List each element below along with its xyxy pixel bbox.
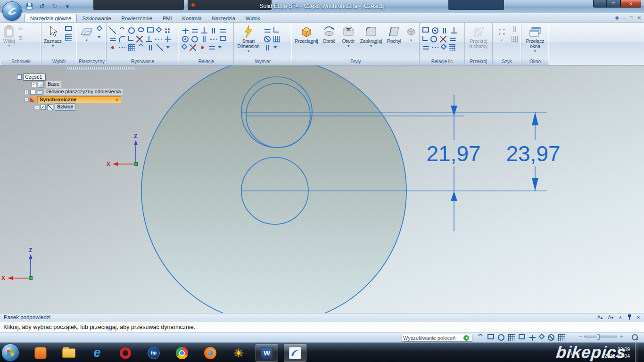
tab-narzedzia[interactable]: Narzędzia (207, 14, 241, 22)
mirror-pattern-icon[interactable] (512, 26, 518, 33)
pathfinder-item-szkice[interactable]: Szkice (55, 103, 75, 111)
window-layout-icon[interactable] (558, 334, 565, 341)
tab-widok[interactable]: Widok (240, 14, 265, 22)
round-button[interactable]: Zaokrąglaj ▾ (358, 24, 384, 48)
document-restore-icon[interactable]: □ (630, 15, 633, 20)
symmetric-icon[interactable] (201, 36, 207, 42)
live-section-button[interactable]: Przekrój ruchomy (466, 24, 491, 50)
command-search-input[interactable] (403, 335, 463, 341)
extend-icon[interactable] (155, 36, 162, 42)
pan-icon[interactable] (529, 334, 536, 341)
move-icon[interactable] (165, 36, 171, 42)
ground-face-icon[interactable] (449, 44, 455, 51)
rotate-sketch-icon[interactable] (138, 44, 144, 51)
fill-pattern-icon[interactable] (512, 36, 518, 42)
diameter-icon[interactable] (264, 36, 271, 42)
concentric-face-icon[interactable] (432, 27, 438, 34)
refresh-icon[interactable] (477, 334, 484, 341)
horizontal-icon[interactable] (191, 27, 198, 34)
intersect-icon[interactable] (190, 44, 196, 51)
zoom-slider-track[interactable] (584, 336, 617, 337)
pathfinder-item-synchroniczne[interactable]: Synchroniczne ◄ (37, 96, 121, 103)
circle-icon[interactable] (128, 27, 135, 34)
select-button[interactable]: Zaznacz ▾ (43, 24, 63, 48)
expander-icon[interactable]: + (35, 105, 39, 109)
rigid-icon[interactable] (182, 44, 188, 50)
paste-button[interactable]: Wklej ▾ (2, 24, 16, 48)
collapse-icon[interactable]: ∧ (619, 315, 622, 320)
scroll-back-icon[interactable]: ◄ (114, 97, 119, 102)
font-decrease-icon[interactable]: A▾ (608, 315, 614, 320)
magnifier-icon[interactable] (632, 334, 638, 341)
pathfinder-item-planes[interactable]: Główne płaszczyzny odniesienia (44, 88, 123, 96)
taskbar-word[interactable]: W (256, 344, 278, 362)
distance-icon[interactable] (264, 27, 271, 34)
solids-more-dropdown-icon[interactable]: ▾ (410, 39, 412, 42)
pattern-icon[interactable] (164, 27, 171, 34)
fence-select-icon[interactable] (65, 26, 72, 31)
coordinate-icon[interactable] (273, 36, 280, 42)
line-icon[interactable] (109, 27, 116, 34)
close-button[interactable]: ✕ (620, 0, 641, 8)
minimize-button[interactable]: – (593, 0, 607, 8)
revolve-button[interactable]: Obróć (320, 24, 339, 45)
part-body-circle[interactable] (141, 66, 406, 313)
switch-windows-button[interactable]: Przełącz okna ▾ (523, 24, 547, 53)
select-options-icon[interactable] (65, 34, 72, 41)
dimension-23-97[interactable]: 23,97 (506, 112, 560, 191)
offset-face-icon[interactable] (449, 36, 456, 42)
smart-dimension-button[interactable]: Smart Dimension ▾ (235, 24, 262, 53)
zoom-area-icon[interactable] (508, 334, 515, 341)
viewport[interactable]: 21,97 23,97 Z X Z X (0, 66, 644, 313)
rectangle-icon[interactable] (147, 27, 154, 33)
tangent-icon[interactable] (191, 36, 198, 42)
plane-normal-icon[interactable] (97, 25, 103, 32)
search-go-icon[interactable] (463, 335, 469, 341)
taskbar-opera[interactable] (114, 344, 137, 362)
smart-dimension-dropdown-icon[interactable]: ▾ (248, 49, 249, 53)
split-icon[interactable] (146, 36, 152, 42)
paste-dropdown-icon[interactable]: ▾ (8, 44, 10, 48)
dimension-21-97[interactable]: 21,97 (426, 95, 480, 231)
taskbar-chrome[interactable] (171, 344, 193, 362)
plane-more-icon[interactable] (97, 36, 101, 40)
zoom-slider-thumb[interactable] (597, 334, 600, 340)
prompt-close-icon[interactable]: ✕ (636, 315, 640, 320)
tab-powierzchnie[interactable]: Powierzchnie (116, 14, 157, 22)
parallel-face-icon[interactable] (441, 27, 448, 34)
dimension-value[interactable]: 23,97 (506, 141, 560, 166)
taskbar-weather[interactable]: ☀ (227, 344, 250, 362)
expander-icon[interactable]: − (25, 98, 29, 102)
ellipse-icon[interactable] (138, 27, 144, 32)
connect-icon[interactable] (182, 27, 189, 34)
dimension-value[interactable]: 21,97 (426, 141, 480, 166)
tab-szkicowanie[interactable]: Szkicowanie (77, 14, 116, 22)
shaded-view-icon[interactable] (539, 334, 545, 340)
more-icon[interactable] (218, 46, 222, 50)
document-close-icon[interactable]: ✕ (637, 15, 641, 20)
coplanar-icon[interactable] (422, 27, 429, 33)
angle-icon[interactable] (273, 27, 279, 33)
taskbar-solid-edge[interactable] (284, 344, 306, 362)
angle-face-icon[interactable] (422, 36, 428, 41)
start-button[interactable] (1, 344, 19, 362)
fillet-icon[interactable] (119, 36, 125, 42)
maximize-button[interactable]: □ (607, 0, 620, 8)
chamfer-icon[interactable] (128, 36, 133, 41)
arc-icon[interactable] (119, 27, 125, 34)
more-icon[interactable] (273, 46, 277, 50)
trim-icon[interactable] (136, 36, 143, 42)
select-window-icon[interactable] (487, 334, 494, 339)
cut-icon[interactable]: ✂ (17, 25, 25, 33)
plane-dropdown-icon[interactable]: ▾ (86, 39, 88, 42)
expander-icon[interactable]: + (25, 90, 29, 94)
parallel-icon[interactable] (210, 27, 217, 34)
command-search[interactable] (402, 334, 472, 342)
switch-windows-dropdown-icon[interactable]: ▾ (534, 49, 536, 53)
pathfinder-root[interactable]: Część1 (23, 74, 46, 81)
equal-icon[interactable] (220, 27, 226, 34)
copy-icon[interactable]: ⊞ (17, 34, 25, 41)
pattern-button[interactable]: ▾ (494, 24, 509, 42)
zoom-out-icon[interactable]: − (579, 334, 582, 339)
app-button[interactable] (2, 1, 22, 21)
